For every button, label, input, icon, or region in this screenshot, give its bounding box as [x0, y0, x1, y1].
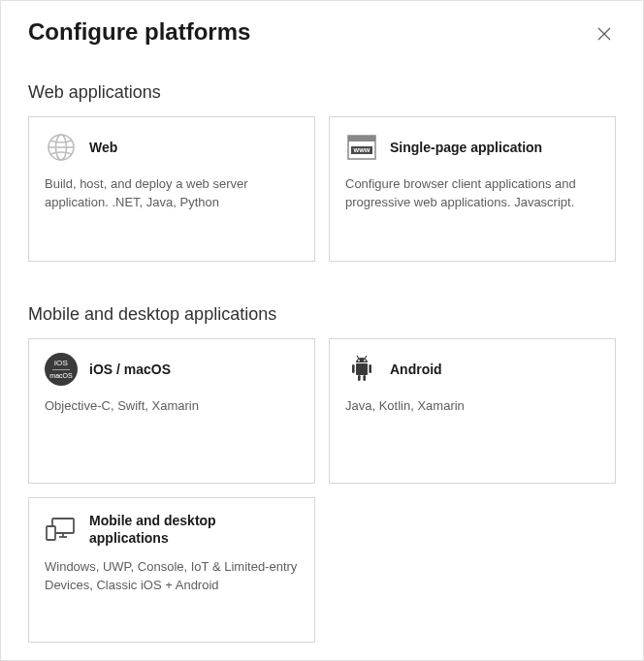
page-title: Configure platforms — [28, 18, 250, 46]
section-title-mobile: Mobile and desktop applications — [28, 304, 616, 325]
card-header: Web — [45, 131, 299, 164]
svg-rect-16 — [358, 375, 361, 381]
card-header: Android — [345, 353, 599, 386]
web-card-grid: Web Build, host, and deploy a web server… — [28, 116, 616, 262]
svg-text:WWW: WWW — [354, 147, 370, 153]
card-header: iOS macOS iOS / macOS — [45, 353, 299, 386]
svg-rect-17 — [363, 375, 366, 381]
card-description: Configure browser client applications an… — [345, 175, 599, 212]
card-title: Android — [390, 361, 442, 378]
platform-card-ios[interactable]: iOS macOS iOS / macOS Objective-C, Swift… — [28, 338, 315, 484]
ios-macos-icon: iOS macOS — [45, 353, 78, 386]
svg-point-11 — [364, 360, 366, 362]
svg-point-10 — [358, 360, 360, 362]
platform-card-spa[interactable]: WWW Single-page application Configure br… — [329, 116, 616, 262]
platform-card-web[interactable]: Web Build, host, and deploy a web server… — [28, 116, 315, 262]
platform-card-android[interactable]: Android Java, Kotlin, Xamarin — [329, 338, 616, 484]
svg-rect-21 — [47, 526, 55, 540]
section-title-web: Web applications — [28, 82, 616, 103]
svg-line-12 — [357, 356, 359, 359]
close-icon — [596, 26, 612, 42]
configure-platforms-panel: Configure platforms Web applications — [1, 1, 643, 661]
card-description: Objective-C, Swift, Xamarin — [45, 397, 299, 416]
card-description: Windows, UWP, Console, IoT & Limited-ent… — [45, 558, 299, 595]
platform-card-desktop[interactable]: Mobile and desktop applications Windows,… — [28, 497, 315, 643]
card-title: iOS / macOS — [89, 361, 171, 378]
svg-rect-6 — [348, 136, 375, 142]
card-header: WWW Single-page application — [345, 131, 599, 164]
desktop-mobile-icon — [45, 513, 78, 546]
svg-rect-14 — [352, 364, 355, 373]
browser-www-icon: WWW — [345, 131, 378, 164]
android-icon — [345, 353, 378, 386]
close-button[interactable] — [593, 22, 616, 46]
card-title: Web — [89, 139, 117, 156]
svg-rect-9 — [356, 363, 368, 375]
card-title: Mobile and desktop applications — [89, 512, 299, 547]
card-description: Build, host, and deploy a web server app… — [45, 175, 299, 212]
card-description: Java, Kotlin, Xamarin — [345, 397, 599, 416]
globe-icon — [45, 131, 78, 164]
mobile-card-grid: iOS macOS iOS / macOS Objective-C, Swift… — [28, 338, 616, 643]
panel-header: Configure platforms — [28, 18, 616, 46]
card-title: Single-page application — [390, 139, 542, 156]
svg-line-13 — [365, 356, 367, 359]
svg-rect-15 — [369, 364, 371, 373]
card-header: Mobile and desktop applications — [45, 512, 299, 547]
